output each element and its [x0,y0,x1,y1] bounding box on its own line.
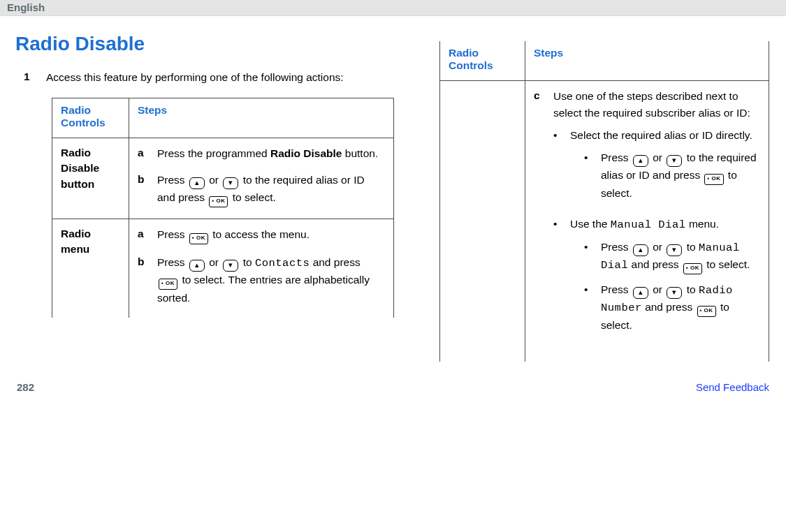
down-icon: ▾ [223,260,238,272]
row1-b-marker: b [138,172,147,207]
bullet-icon: • [553,216,560,334]
row1-steps: a Press the programmed Radio Disable but… [129,138,394,219]
right-column: Radio Controls Steps c Use one of the st… [439,29,769,362]
page-header-language: English [0,0,786,16]
bullet2b: Press ▴ or ▾ to Radio Number [601,281,760,334]
up-icon: ▴ [633,287,648,299]
section-title: Radio Disable [15,33,403,55]
right-row-label [440,81,525,362]
bullet-icon: • [584,281,591,334]
c-content: Use one of the steps described next to s… [553,88,760,341]
row1-label: Radio Disable button [52,138,129,219]
row2-a-text: Press ▪ OK to access the menu. [157,226,385,244]
c-marker: c [534,88,544,341]
down-icon: ▾ [223,177,238,189]
bullet1a: Press ▴ or ▾ to the required alias or ID… [601,149,760,202]
send-feedback-link[interactable]: Send Feedback [696,381,769,393]
row2-label: Radio menu [52,219,129,318]
down-icon: ▾ [667,287,682,299]
bullet1: Select the required alias or ID directly… [570,127,760,209]
bullet-icon: • [584,239,591,274]
up-icon: ▴ [633,155,648,167]
page-footer: 282 Send Feedback [0,369,786,400]
radio-controls-table-left: Radio Controls Steps Radio Disable butto… [52,98,394,318]
table-row: Radio menu a Press ▪ OK to access the me… [52,219,394,318]
up-icon: ▴ [633,244,648,256]
bullet2: Use the Manual Dial menu. • [570,216,760,334]
table-row: Radio Disable button a Press the program… [52,138,394,219]
step-1-text: Access this feature by performing one of… [46,71,403,85]
table-header-controls-r: Radio Controls [440,41,525,81]
table-header-steps: Steps [129,98,394,138]
left-column: Radio Disable 1 Access this feature by p… [15,29,403,362]
bullet2a: Press ▴ or ▾ to Manual Dial [601,239,760,274]
language-label: English [7,1,45,13]
down-icon: ▾ [667,155,682,167]
ok-icon: ▪ OK [704,174,723,185]
ok-icon: ▪ OK [159,279,177,290]
ok-icon: ▪ OK [683,263,702,274]
page-number: 282 [17,381,34,393]
table-row: c Use one of the steps described next to… [440,81,769,362]
table-header-steps-r: Steps [525,41,769,81]
row2-b-text: Press ▴ or ▾ to Contacts and press ▪ OK … [157,254,385,306]
row2-steps: a Press ▪ OK to access the menu. b Press [129,219,394,318]
row1-a-marker: a [138,145,147,162]
step-1: 1 Access this feature by performing one … [24,71,403,85]
row1-b-text: Press ▴ or ▾ to the required alias or ID… [157,172,385,207]
right-row-steps: c Use one of the steps described next to… [525,81,769,362]
row2-a-marker: a [138,226,147,244]
row2-b-marker: b [138,254,147,306]
ok-icon: ▪ OK [209,196,228,207]
up-icon: ▴ [189,177,205,189]
radio-controls-table-right: Radio Controls Steps c Use one of the st… [439,41,769,362]
page-content: Radio Disable 1 Access this feature by p… [0,16,786,369]
row1-a-text: Press the programmed Radio Disable butto… [157,145,385,162]
ok-icon: ▪ OK [189,233,208,244]
table-header-controls: Radio Controls [52,98,129,138]
down-icon: ▾ [667,244,682,256]
step-1-marker: 1 [24,71,34,85]
bullet-icon: • [584,149,591,202]
bullet-icon: • [553,127,560,209]
ok-icon: ▪ OK [697,306,716,317]
up-icon: ▴ [189,260,205,272]
